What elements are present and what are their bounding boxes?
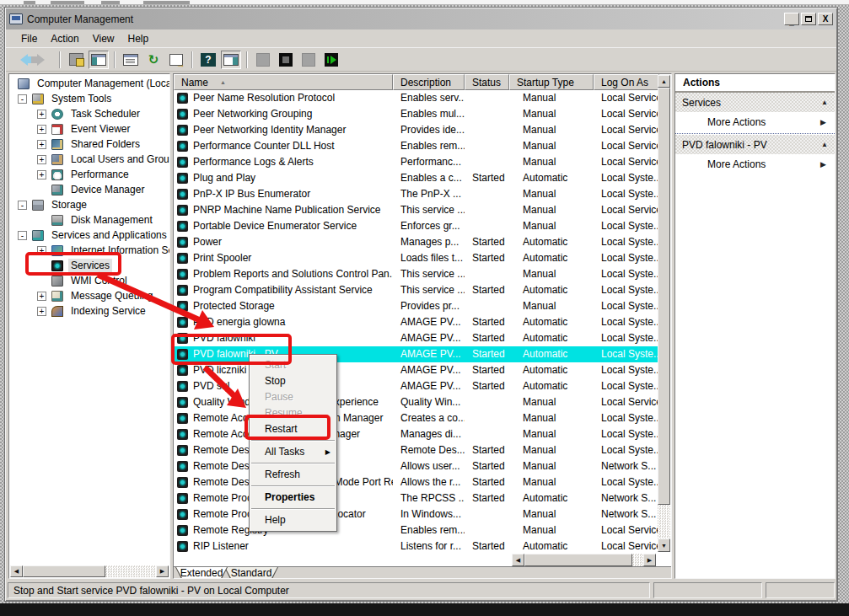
tree-expander-icon[interactable] [37, 276, 46, 286]
table-row[interactable]: PVD energia glowna AMAGE PV... Started A… [174, 314, 659, 330]
context-menu-item[interactable]: Refresh [250, 467, 336, 483]
properties-icon[interactable] [121, 51, 141, 69]
list-hscroll-thumb[interactable] [524, 554, 632, 566]
table-row[interactable]: Remote Registry Enables rem... Manual Lo… [174, 522, 659, 538]
table-row[interactable]: Remote Desktop Services Allows user... S… [174, 458, 659, 474]
menu-view[interactable]: View [86, 31, 121, 46]
help-icon[interactable]: ? [198, 51, 218, 69]
restart-service-icon[interactable] [321, 51, 341, 69]
table-row[interactable]: Problem Reports and Solutions Control Pa… [174, 266, 659, 282]
table-row[interactable]: Performance Logs & Alerts Performanc... … [174, 154, 659, 170]
close-button[interactable]: X [818, 13, 833, 25]
refresh-icon[interactable]: ↻ [143, 51, 164, 69]
tree-expander-icon[interactable]: + [37, 170, 46, 179]
tree-expander-icon[interactable]: + [37, 292, 46, 301]
column-header-status[interactable]: Status [465, 74, 509, 90]
table-row[interactable]: Quality Windows Audio Video Experience Q… [174, 394, 659, 410]
menu-action[interactable]: Action [44, 31, 85, 46]
actions-section-pvd-falowniki-pv[interactable]: PVD falowniki - PV ▲ [675, 135, 835, 154]
more-actions-pvd-falowniki-pv[interactable]: More Actions ▶ [675, 154, 835, 174]
tree-expander-icon[interactable]: + [37, 155, 46, 164]
column-header-name[interactable]: Name▲ [174, 74, 393, 90]
table-row[interactable]: Remote Procedure Call (RPC) The RPCSS ..… [174, 490, 659, 506]
context-menu-item[interactable]: Stop [250, 373, 336, 389]
tree-item[interactable]: - Storage [9, 197, 169, 212]
tree-expander-icon[interactable]: - [18, 231, 27, 240]
actions-section-services[interactable]: Services ▲ [675, 93, 835, 112]
table-row[interactable]: PNRP Machine Name Publication Service Th… [174, 202, 659, 218]
tree-item[interactable]: Device Manager [9, 182, 169, 197]
table-row[interactable]: Remote Desktop Services UserMode Port Re… [174, 474, 659, 490]
context-menu-item[interactable]: All Tasks [250, 444, 336, 460]
tree-expander-icon[interactable]: - [18, 201, 27, 210]
column-header-log-on-as[interactable]: Log On As [594, 74, 659, 90]
table-row[interactable]: Remote Procedure Call (RPC) Locator In W… [174, 506, 659, 522]
title-bar[interactable]: Computer Management _ X [6, 8, 836, 29]
tree-expander-icon[interactable]: - [18, 94, 27, 104]
tree-item[interactable]: + Indexing Service [9, 303, 169, 319]
column-header-description[interactable]: Description [393, 74, 465, 90]
action-pane-toggle-icon[interactable] [221, 51, 241, 69]
tree-hscroll-thumb[interactable] [23, 565, 105, 577]
menu-file[interactable]: File [14, 31, 44, 46]
tree-hscroll-left-icon[interactable]: ◀ [10, 565, 23, 577]
list-vscroll-thumb[interactable] [658, 88, 670, 505]
context-menu-item[interactable]: Pause [250, 389, 336, 405]
tree-item[interactable]: Disk Management [9, 212, 169, 228]
tree-item[interactable]: + Event Viewer [9, 121, 169, 137]
table-row[interactable]: Peer Networking Identity Manager Provide… [174, 122, 659, 138]
table-row[interactable]: Program Compatibility Assistant Service … [174, 282, 659, 298]
table-row[interactable]: Plug and Play Enables a c... Started Aut… [174, 170, 659, 186]
context-menu-item[interactable]: Properties [250, 490, 336, 506]
tree-expander-icon[interactable]: + [37, 140, 46, 149]
up-icon[interactable] [66, 51, 86, 69]
list-vscroll-down-icon[interactable]: ▼ [658, 538, 670, 552]
console-tree-toggle-icon[interactable] [89, 51, 109, 69]
table-row[interactable]: Peer Name Resolution Protocol Enables se… [174, 90, 659, 106]
tree-expander-icon[interactable] [37, 216, 46, 225]
stop-service-icon[interactable] [276, 51, 296, 69]
tree-expander-icon[interactable] [37, 185, 46, 195]
tree-item[interactable]: + Message Queuing [9, 288, 169, 303]
list-hscroll-left-icon[interactable]: ◀ [512, 554, 524, 566]
tree-expander-icon[interactable]: + [37, 125, 46, 134]
collapse-icon[interactable]: ▲ [821, 99, 828, 106]
table-row[interactable]: Portable Device Enumerator Service Enfor… [174, 218, 659, 234]
tree-item[interactable]: Computer Management (Local) [9, 76, 169, 91]
tree-item[interactable]: + Performance [9, 167, 169, 182]
table-row[interactable]: PnP-X IP Bus Enumerator The PnP-X ... Ma… [174, 186, 659, 202]
tree-item[interactable]: + Task Scheduler [9, 106, 169, 121]
more-actions-services[interactable]: More Actions ▶ [675, 112, 835, 132]
table-row[interactable]: Remote Desktop Configuration Remote Des.… [174, 442, 659, 458]
table-row[interactable]: Power Manages p... Started Automatic Loc… [174, 234, 659, 250]
start-service-icon[interactable] [253, 51, 273, 69]
forward-icon[interactable] [34, 51, 54, 69]
column-header-startup-type[interactable]: Startup Type [509, 74, 594, 90]
table-row[interactable]: Peer Networking Grouping Enables mul... … [174, 106, 659, 122]
collapse-icon[interactable]: ▲ [821, 141, 828, 148]
table-row[interactable]: RIP Listener Listens for r... Started Au… [174, 538, 659, 554]
tree-expander-icon[interactable]: + [37, 307, 46, 316]
tree-item[interactable]: - Services and Applications [9, 228, 169, 243]
table-row[interactable]: Print Spooler Loads files t... Started A… [174, 250, 659, 266]
tree-item[interactable]: + Local Users and Groups [9, 152, 169, 167]
list-hscroll-right-icon[interactable]: ▶ [643, 554, 656, 566]
tab-extended[interactable]: Extended [175, 567, 228, 579]
tree-item[interactable]: - System Tools [9, 91, 169, 106]
back-icon[interactable] [11, 51, 31, 69]
table-row[interactable]: PVD sql AMAGE PV... Started Automatic Lo… [174, 378, 659, 394]
context-menu-item[interactable]: Help [250, 512, 336, 528]
menu-help[interactable]: Help [121, 31, 156, 46]
tree-item[interactable]: + Shared Folders [9, 137, 169, 152]
tree-hscroll-right-icon[interactable]: ▶ [156, 565, 169, 577]
tab-standard[interactable]: Standard [224, 567, 278, 579]
export-list-icon[interactable] [166, 51, 186, 69]
maximize-button[interactable] [801, 13, 816, 25]
tree-expander-icon[interactable]: + [37, 110, 46, 119]
pause-service-icon[interactable] [298, 51, 319, 69]
list-vscroll-up-icon[interactable]: ▲ [658, 75, 670, 88]
minimize-button[interactable]: _ [784, 13, 799, 25]
shared-folders-icon [51, 139, 63, 150]
table-row[interactable]: Performance Counter DLL Host Enables rem… [174, 138, 659, 154]
table-row[interactable]: Protected Storage Provides pr... Manual … [174, 298, 659, 314]
